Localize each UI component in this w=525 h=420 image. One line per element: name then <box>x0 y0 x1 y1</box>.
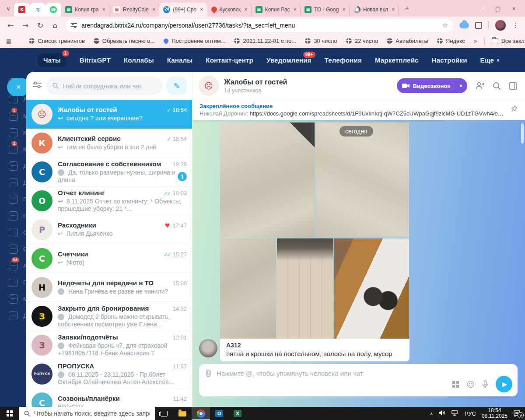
window-close-button[interactable]: × <box>512 5 515 12</box>
browser-tab[interactable]: ☎ <box>46 3 61 17</box>
chat-list-item[interactable]: Н Недочеты для передачи в ТО 15:00 ↩ Нин… <box>26 273 192 302</box>
window-maximize-button[interactable]: □ <box>495 5 500 12</box>
rail-item[interactable]: Д <box>0 158 26 174</box>
tab-close-icon[interactable]: × <box>294 6 297 13</box>
taskbar-search[interactable] <box>19 407 155 420</box>
bookmark-item[interactable]: Авиабилеты <box>387 38 428 44</box>
tab-close-icon[interactable]: × <box>200 6 203 13</box>
bookmark-star-icon[interactable]: ☆ <box>442 21 448 29</box>
message-bubble[interactable]: A312 пятна и крошки на постельном, волос… <box>220 339 410 361</box>
bookmark-item[interactable]: Список тренингов <box>29 38 85 44</box>
microphone-icon[interactable] <box>482 380 488 388</box>
chat-list-item[interactable]: ☹ Жалобы от гостей ✓ 18:54 ↩ сегодня ? и… <box>26 100 192 129</box>
rail-item[interactable]: П <box>0 274 26 290</box>
new-chat-button[interactable]: ✎ <box>167 77 187 95</box>
home-button[interactable]: ⌂ <box>51 21 60 30</box>
bitrix-nav-item[interactable]: Контакт-центр ∨ <box>206 56 253 64</box>
browser-tab[interactable]: ▦ ТО - Goog × <box>301 3 350 17</box>
taskbar-search-input[interactable] <box>34 410 150 417</box>
rail-item[interactable]: С <box>0 241 26 257</box>
rail-item[interactable]: Г <box>0 207 26 224</box>
bookmark-item[interactable]: 30 число <box>305 38 337 44</box>
tab-close-icon[interactable]: × <box>392 6 395 13</box>
browser-tab[interactable]: ▦ RealtyCale × <box>109 3 159 17</box>
message-author-name[interactable]: A312 <box>226 342 403 349</box>
add-member-icon[interactable] <box>475 82 485 90</box>
chat-list-item[interactable]: З Закрыто для бронирования 14:32 ↩ Домод… <box>26 302 192 331</box>
tab-close-icon[interactable]: × <box>152 6 156 13</box>
pinned-message-bar[interactable]: Закреплённое сообщение Николай Доронин: … <box>192 100 525 120</box>
excel-button[interactable]: X <box>228 407 247 420</box>
bookmarks-overflow-icon[interactable]: » <box>473 38 477 45</box>
rail-item[interactable]: Д <box>0 174 26 191</box>
notifications-button[interactable]: 9 <box>513 410 521 417</box>
browser-menu-icon[interactable]: ⋮ <box>512 21 519 29</box>
chat-list-item[interactable]: О Отчет клининг ✓✓ 18:03 ↩ 8.11.2025 Отч… <box>26 186 192 215</box>
chat-search-field[interactable] <box>46 77 162 95</box>
volume-icon[interactable] <box>439 410 446 417</box>
bitrix-nav-item[interactable]: Маркетплейс ∨ <box>375 56 419 64</box>
side-panel-icon[interactable] <box>509 82 517 90</box>
tab-close-icon[interactable]: × <box>244 6 248 13</box>
rail-item[interactable]: А 53 <box>0 257 26 274</box>
browser-tab[interactable]: TJ <box>30 3 46 17</box>
rail-item[interactable]: Д <box>0 307 26 324</box>
browser-tab[interactable]: 24 (99+) Сро × <box>159 3 207 17</box>
rail-item[interactable]: С <box>0 224 26 241</box>
tab-search-chevron-icon[interactable]: ∨ <box>3 3 14 14</box>
chat-list-item[interactable]: Р Расходники ♥ 17:47 ↩ Лилия Дьяченко <box>26 215 192 244</box>
bookmark-item[interactable]: Обрезать песню о... <box>94 38 155 44</box>
start-button[interactable] <box>0 407 19 420</box>
browser-tab[interactable]: Новая вкл × <box>350 3 399 17</box>
video-call-chevron-icon[interactable]: ∨ <box>458 84 464 88</box>
message-author-avatar[interactable] <box>199 339 217 357</box>
bitrix-nav-item[interactable]: Настройки ∨ <box>432 56 467 64</box>
pin-icon[interactable] <box>511 105 518 115</box>
chat-members-count[interactable]: 14 участников <box>224 87 392 94</box>
new-tab-button[interactable]: + <box>401 3 413 14</box>
chat-search-input[interactable] <box>63 82 156 90</box>
browser-tab[interactable]: ▦ Копия Рас × <box>252 3 301 17</box>
back-button[interactable]: ← <box>6 21 15 30</box>
photo-bedding-2[interactable] <box>315 122 409 238</box>
all-bookmarks-button[interactable]: Все закладки <box>492 38 525 44</box>
attach-file-icon[interactable] <box>205 369 212 377</box>
tab-close-icon[interactable]: × <box>102 6 105 13</box>
bookmark-item[interactable]: 2021.11.22-01 с по... <box>234 38 296 44</box>
chat-list-item[interactable]: С Созвоны/планёрки 11:42 ↩ BitrixGPT... <box>26 388 192 407</box>
photo-floor[interactable] <box>277 238 333 339</box>
photo-bedding-1[interactable] <box>220 122 315 238</box>
bitrix-nav-item[interactable]: Каналы ∨ <box>167 56 193 64</box>
reload-button[interactable]: ↻ <box>36 21 45 30</box>
photo-drawer-shoes[interactable] <box>334 238 409 339</box>
bitrix-nav-item[interactable]: BitrixGPT ∨ <box>80 56 111 64</box>
messages-scrollbar[interactable] <box>521 123 524 144</box>
browser-tab[interactable]: Кусковск × <box>207 3 252 17</box>
bitrix-nav-item[interactable]: Телефония ∨ <box>325 56 362 64</box>
emoji-icon[interactable]: ☺ <box>466 380 475 389</box>
chat-list-item[interactable]: К Клиентский сервис ✓ 18:54 ↩ там не был… <box>26 129 192 158</box>
clock[interactable]: 18:54 08.11.2025 <box>482 408 508 419</box>
rail-item[interactable]: К 1 <box>0 141 26 158</box>
bookmark-item[interactable]: 22 число <box>346 38 378 44</box>
bitrix-nav-item[interactable]: Еще ∨ <box>480 56 500 64</box>
chat-list-item[interactable]: РОПУСК ПРОПУСКА 11:57 ↩ 08.11.2025 - 23.… <box>26 360 192 388</box>
browser-profile-avatar[interactable] <box>495 20 506 31</box>
site-settings-icon[interactable] <box>71 23 77 28</box>
url-text[interactable]: arendagrad.bitrix24.ru/company/personal/… <box>81 22 438 29</box>
outlook-button[interactable]: O <box>210 407 228 420</box>
message-history[interactable]: сегодня A312 пятна и крошки на постельно… <box>192 120 525 407</box>
bitrix-nav-item[interactable]: Коллабы ∨ <box>124 56 154 64</box>
chat-list-item[interactable]: З Заявки/подотчёты 12:01 ↩ Фейковая брон… <box>26 331 192 360</box>
rail-item[interactable]: П <box>0 191 26 207</box>
url-bar[interactable]: arendagrad.bitrix24.ru/company/personal/… <box>66 19 453 32</box>
tab-close-icon[interactable]: × <box>342 6 346 13</box>
forward-button[interactable]: → <box>21 21 30 30</box>
chat-list-item[interactable]: С Счетчики ✓✓ 15:27 ↩ [Фото] <box>26 244 192 273</box>
chrome-button[interactable] <box>192 407 210 420</box>
message-input-box[interactable]: ☺ ▶ <box>199 364 518 396</box>
extensions-icon[interactable] <box>475 22 482 29</box>
rail-item[interactable]: К <box>0 124 26 141</box>
filter-icon[interactable] <box>32 81 42 91</box>
window-minimize-button[interactable]: – <box>481 5 484 12</box>
